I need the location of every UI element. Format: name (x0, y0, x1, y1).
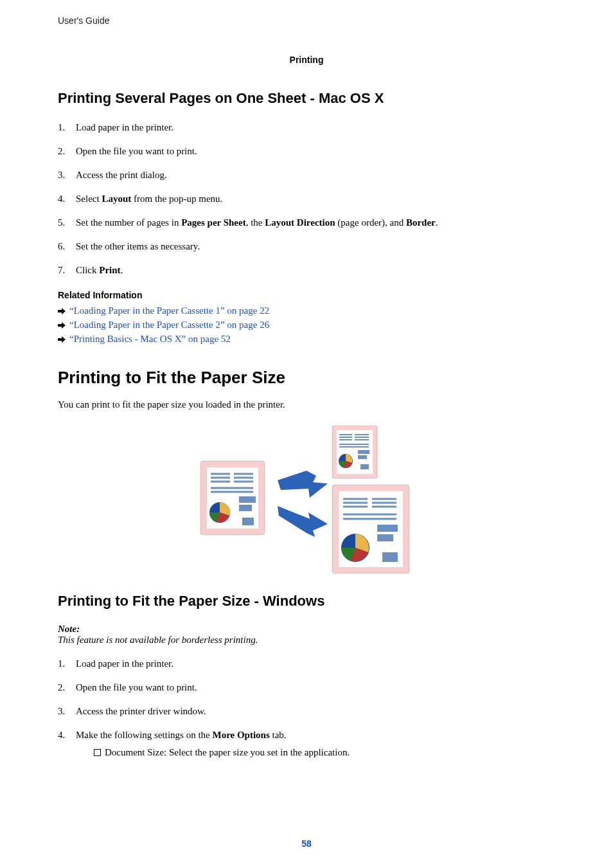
step: 4.Select Layout from the pop-up menu. (58, 192, 555, 206)
step: 6.Set the other items as necessary. (58, 240, 555, 253)
related-link[interactable]: “Loading Paper in the Paper Cassette 2” … (58, 320, 555, 330)
note-body: This feature is not available for border… (58, 635, 555, 646)
related-link[interactable]: “Printing Basics - Mac OS X” on page 52 (58, 334, 555, 345)
svg-marker-15 (278, 506, 328, 537)
step: 3.Access the printer driver window. (58, 705, 555, 718)
fit-paper-figure (58, 426, 555, 574)
svg-rect-13 (242, 518, 254, 525)
step: 1.Load paper in the printer. (58, 657, 555, 671)
checkbox-icon (94, 749, 101, 756)
svg-rect-43 (382, 552, 398, 562)
step: 5.Set the number of pages in Pages per S… (58, 216, 555, 230)
section3-steps: 1.Load paper in the printer. 2.Open the … (58, 657, 555, 759)
svg-rect-11 (239, 505, 252, 511)
chapter-title: Printing (0, 55, 613, 65)
step: 4.Make the following settings on the Mor… (58, 728, 555, 759)
section2-title: Printing to Fit the Paper Size (58, 368, 555, 388)
link-text: “Printing Basics - Mac OS X” on page 52 (69, 334, 231, 345)
page-number: 58 (0, 838, 613, 849)
svg-rect-10 (239, 496, 256, 503)
note-label: Note: (58, 624, 555, 635)
svg-rect-26 (358, 450, 369, 454)
section2-intro: You can print to fit the paper size you … (58, 399, 555, 410)
step: 2.Open the file you want to print. (58, 145, 555, 158)
step: 1.Load paper in the printer. (58, 121, 555, 134)
svg-rect-41 (377, 534, 393, 541)
related-link[interactable]: “Loading Paper in the Paper Cassette 1” … (58, 305, 555, 316)
svg-rect-40 (377, 525, 398, 532)
link-text: “Loading Paper in the Paper Cassette 1” … (69, 305, 269, 316)
svg-rect-29 (360, 464, 369, 469)
sub-step: Document Size: Select the paper size you… (94, 746, 555, 759)
related-info-title: Related Information (58, 290, 555, 300)
svg-marker-14 (278, 471, 328, 498)
arrow-right-icon (58, 321, 66, 329)
section3-title: Printing to Fit the Paper Size - Windows (58, 593, 555, 610)
arrow-right-icon (58, 307, 66, 315)
arrow-right-icon (58, 336, 66, 343)
header-guide: User's Guide (58, 15, 109, 26)
step: 3.Access the print dialog. (58, 168, 555, 182)
step: 7.Click Print. (58, 264, 555, 277)
svg-rect-27 (358, 455, 367, 459)
step: 2.Open the file you want to print. (58, 681, 555, 694)
section1-steps: 1.Load paper in the printer. 2.Open the … (58, 121, 555, 277)
link-text: “Loading Paper in the Paper Cassette 2” … (69, 320, 269, 330)
section1-title: Printing Several Pages on One Sheet - Ma… (58, 90, 555, 107)
